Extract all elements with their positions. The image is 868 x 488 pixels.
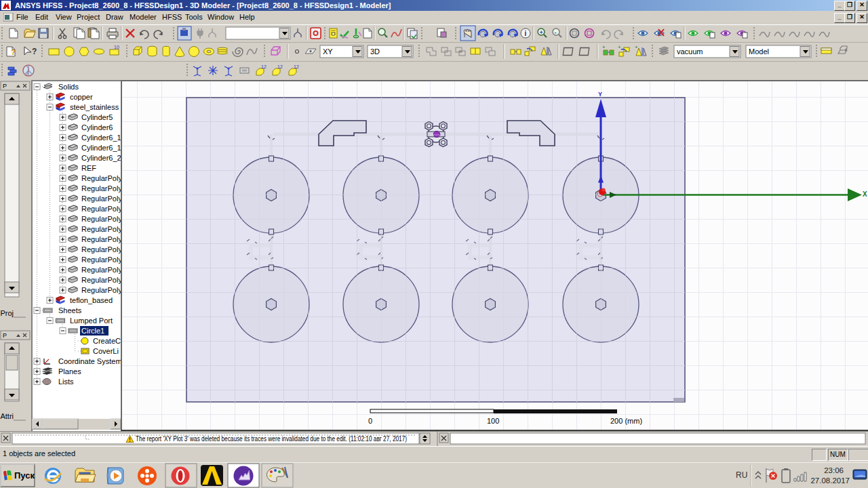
svg-text:?: ?: [11, 48, 16, 56]
svg-text:CreateC: CreateC: [93, 337, 121, 345]
svg-text:12: 12: [277, 64, 283, 69]
svg-text:0: 0: [368, 417, 372, 425]
svg-text:-: -: [554, 29, 556, 36]
svg-text:XY: XY: [323, 47, 333, 56]
svg-text:Lists: Lists: [58, 378, 74, 386]
svg-text:Solids: Solids: [58, 83, 79, 91]
svg-text:RegularPoly: RegularPoly: [81, 276, 121, 284]
svg-text:X: X: [863, 190, 867, 198]
svg-text:3D: 3D: [370, 47, 380, 56]
svg-text:The report 'XY Plot 3' was del: The report 'XY Plot 3' was deleted becau…: [136, 435, 407, 443]
svg-text:12: 12: [261, 64, 267, 69]
svg-text:copper: copper: [70, 93, 93, 101]
svg-text:+: +: [602, 44, 606, 50]
svg-text:steel_stainless: steel_stainless: [70, 103, 119, 111]
svg-text:Attri: Attri: [0, 412, 14, 420]
svg-text:vacuum: vacuum: [677, 47, 703, 56]
svg-text:Proj: Proj: [0, 309, 14, 317]
svg-text:RU: RU: [736, 470, 747, 480]
svg-text:Cylinder6: Cylinder6: [81, 123, 113, 131]
svg-text:P: P: [3, 83, 7, 89]
svg-text:RegularPoly: RegularPoly: [81, 256, 121, 264]
svg-text:Coordinate Systems: Coordinate Systems: [58, 357, 121, 365]
svg-text:Planes: Planes: [58, 367, 81, 375]
svg-text:Cylinder6_1: Cylinder6_1: [81, 134, 121, 142]
svg-text:Cylinder6_1: Cylinder6_1: [81, 144, 121, 152]
svg-text:Circle1: Circle1: [81, 327, 104, 335]
svg-text:100: 100: [487, 417, 499, 425]
svg-text:12: 12: [294, 64, 299, 69]
svg-text:CoverLi: CoverLi: [93, 347, 119, 355]
svg-text:i: i: [525, 30, 527, 37]
svg-text:RegularPoly: RegularPoly: [81, 235, 121, 243]
svg-text:?: ?: [32, 47, 37, 56]
svg-text:RegularPoly: RegularPoly: [81, 245, 121, 253]
svg-text:+: +: [539, 29, 542, 36]
svg-text:200 (mm): 200 (mm): [610, 417, 642, 425]
svg-text:23:06: 23:06: [824, 466, 844, 474]
svg-text:teflon_based: teflon_based: [70, 296, 113, 304]
svg-text:RegularPoly: RegularPoly: [81, 225, 121, 233]
svg-text:REF: REF: [81, 164, 96, 172]
svg-text:RegularPoly: RegularPoly: [81, 266, 121, 274]
svg-text:Model: Model: [749, 47, 769, 56]
svg-text:Sheets: Sheets: [58, 306, 82, 314]
svg-text:Cylinder5: Cylinder5: [81, 113, 113, 121]
svg-text:RegularPoly: RegularPoly: [81, 184, 121, 192]
svg-text:P: P: [3, 332, 7, 339]
svg-text:Lumped Port: Lumped Port: [70, 317, 113, 325]
svg-text:Y: Y: [598, 91, 602, 98]
svg-text:RegularPoly: RegularPoly: [81, 205, 121, 213]
svg-text:RegularPoly: RegularPoly: [81, 195, 121, 203]
svg-text:10: 10: [114, 45, 119, 49]
svg-text:RegularPoly: RegularPoly: [81, 215, 121, 223]
svg-text:27.08.2017: 27.08.2017: [810, 476, 850, 485]
svg-text:Пуск: Пуск: [14, 470, 35, 481]
svg-text:Cylinder6_2: Cylinder6_2: [81, 154, 121, 162]
svg-text:+: +: [618, 44, 621, 50]
svg-text:+: +: [635, 44, 638, 50]
svg-text:RegularPoly: RegularPoly: [81, 286, 121, 294]
svg-text:RegularPoly: RegularPoly: [81, 174, 121, 182]
